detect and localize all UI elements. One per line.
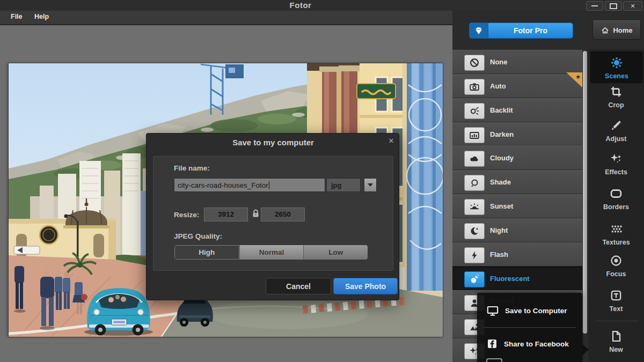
lock-icon[interactable] <box>251 208 260 219</box>
quality-low-button[interactable]: Low <box>303 245 368 260</box>
text-icon <box>609 289 623 302</box>
focus-icon <box>609 254 623 268</box>
scene-list-scrollbar[interactable] <box>583 51 587 334</box>
jpeg-quality-label: JPEG Quality: <box>174 232 222 240</box>
tab-crop[interactable]: Crop <box>589 85 643 109</box>
tab-adjust[interactable]: Adjust <box>589 119 643 143</box>
format-dropdown-button[interactable] <box>364 178 377 192</box>
texture-icon <box>609 222 623 236</box>
tab-textures[interactable]: Textures <box>589 222 643 246</box>
new-document-icon <box>609 329 623 343</box>
scene-item-none[interactable]: None <box>452 50 582 74</box>
menu-save-to-computer[interactable]: Save to Computer <box>477 298 582 323</box>
sparkles-icon <box>609 152 623 166</box>
resize-height-field[interactable]: 2650 <box>261 208 305 221</box>
scene-item-flash[interactable]: Flash <box>452 242 582 267</box>
camera-icon <box>464 79 485 95</box>
sunset-icon <box>464 199 485 215</box>
star-icon: ★ <box>575 73 581 80</box>
tab-effects[interactable]: Effects <box>589 152 643 176</box>
scene-item-darken[interactable]: Darken <box>452 122 582 146</box>
crop-icon <box>609 85 623 99</box>
minimize-icon <box>591 5 598 6</box>
dialog-form-panel: File name: city-cars-road-houses_Fotor j… <box>153 156 393 271</box>
monitor-icon <box>486 304 500 317</box>
tab-scenes[interactable]: Scenes <box>590 51 643 83</box>
fotor-pro-label: Fotor Pro <box>488 26 573 35</box>
scene-item-cloudy[interactable]: Cloudy <box>452 146 582 170</box>
partial-menu-item-icon <box>486 358 502 362</box>
dialog-title: Save to my computer <box>147 138 400 147</box>
tab-focus[interactable]: Focus <box>589 254 643 278</box>
minimize-button[interactable] <box>586 1 603 11</box>
menu-bar <box>0 11 452 25</box>
fotor-app-window: Fotor ✕ File Help Fotor Pro Home None Au… <box>0 0 644 362</box>
quality-high-button[interactable]: High <box>174 245 239 260</box>
quality-normal-button[interactable]: Normal <box>239 245 304 260</box>
menu-help[interactable]: Help <box>34 13 49 20</box>
scene-item-shade[interactable]: Shade <box>452 170 582 194</box>
quality-segmented-control: High Normal Low <box>174 245 368 260</box>
home-button[interactable]: Home <box>592 20 641 40</box>
home-label: Home <box>613 26 632 34</box>
file-name-input[interactable]: city-cars-road-houses_Fotor <box>174 178 325 192</box>
dialog-close-button[interactable]: ✕ <box>386 137 396 145</box>
home-icon <box>601 26 610 35</box>
file-name-label: File name: <box>174 164 210 172</box>
scene-item-night[interactable]: Night <box>452 218 582 242</box>
menu-file[interactable]: File <box>11 13 23 20</box>
scene-item-fluorescent[interactable]: Fluorescent <box>452 267 582 291</box>
close-icon: ✕ <box>630 3 635 9</box>
fluorescent-icon <box>464 271 485 287</box>
sun-icon <box>610 56 624 70</box>
save-photo-button[interactable]: Save Photo <box>333 278 398 294</box>
cancel-button[interactable]: Cancel <box>266 278 331 294</box>
flash-icon <box>464 247 485 263</box>
facebook-icon <box>486 337 499 350</box>
darken-icon <box>464 127 485 143</box>
tab-borders[interactable]: Borders <box>589 187 643 211</box>
scene-item-auto[interactable]: Auto ★ <box>452 74 582 98</box>
app-title: Fotor <box>0 1 601 10</box>
popup-arrow <box>582 344 589 355</box>
night-icon <box>464 223 485 239</box>
cloud-icon <box>464 151 485 167</box>
resize-width-field[interactable]: 3912 <box>204 208 248 221</box>
fotor-pro-button[interactable]: Fotor Pro <box>469 23 573 39</box>
scene-item-sunset[interactable]: Sunset <box>452 194 582 218</box>
chevron-down-icon <box>368 183 373 187</box>
shade-icon <box>464 175 485 191</box>
popup-divider <box>484 327 576 328</box>
pencil-icon <box>609 119 623 132</box>
diamond-icon <box>470 23 488 38</box>
border-icon <box>609 187 623 201</box>
backlit-icon <box>464 103 485 119</box>
menu-share-to-facebook[interactable]: Share to Facebook <box>477 331 582 356</box>
save-dialog: Save to my computer ✕ File name: city-ca… <box>146 133 399 300</box>
format-select[interactable]: jpg <box>326 178 361 192</box>
scene-item-backlit[interactable]: Backlit <box>452 98 582 122</box>
none-icon <box>464 55 485 71</box>
text-caret <box>269 181 269 189</box>
maximize-button[interactable] <box>605 1 622 11</box>
close-button[interactable]: ✕ <box>623 1 642 11</box>
save-options-popup: Save to Computer Share to Facebook <box>477 293 582 362</box>
tab-new[interactable]: New <box>589 329 643 353</box>
maximize-icon <box>610 3 617 9</box>
tab-text[interactable]: Text <box>589 289 643 313</box>
resize-label: Resize: <box>174 211 199 219</box>
toolbar-divider <box>596 321 639 321</box>
